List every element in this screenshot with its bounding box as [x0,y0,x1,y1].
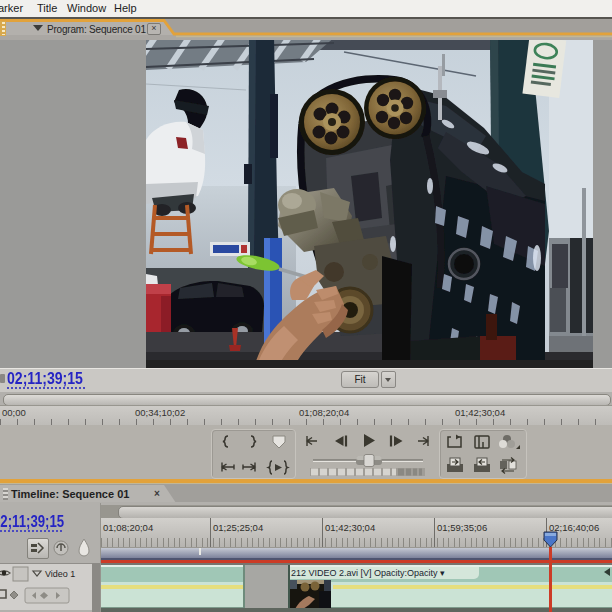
svg-text:Video 1: Video 1 [45,569,75,579]
